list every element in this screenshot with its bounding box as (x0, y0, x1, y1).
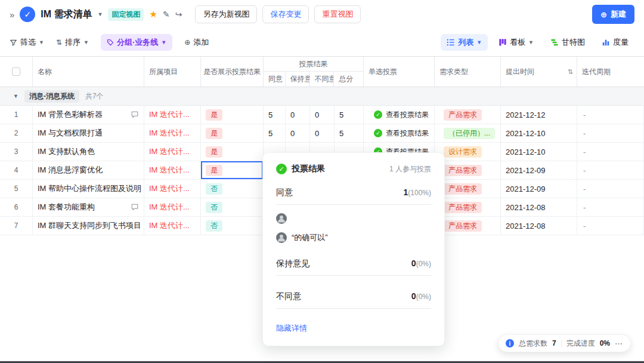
keep-cell[interactable]: 0 (286, 106, 310, 124)
disagree-cell[interactable]: 0 (310, 106, 335, 124)
disagree-cell[interactable]: 0 (310, 124, 335, 142)
share-icon[interactable]: ↪ (175, 10, 182, 19)
save-changes-button[interactable]: 保存变更 (262, 5, 309, 23)
select-all-checkbox[interactable] (12, 67, 20, 76)
agree-cell[interactable]: 5 (264, 106, 286, 124)
title-caret-icon[interactable]: ▼ (98, 11, 103, 17)
vote-action-cell[interactable]: ✓查看投票结果 (364, 106, 435, 124)
cycle-cell[interactable]: - (577, 198, 644, 216)
comment-icon[interactable] (131, 203, 139, 211)
show-vote-cell[interactable]: 否 (201, 180, 264, 198)
column-header-name[interactable]: 名称 (33, 57, 144, 87)
cycle-cell[interactable]: - (577, 143, 644, 161)
total-cell[interactable]: 5 (335, 106, 364, 124)
collapse-group-icon[interactable]: ▼ (13, 93, 18, 99)
view-kanban-button[interactable]: 看板 ▼ (493, 34, 540, 51)
column-header-req-type[interactable]: 需求类型 (435, 57, 501, 87)
view-vote-result-link[interactable]: 查看投票结果 (386, 128, 429, 139)
column-header-single-vote[interactable]: 单选投票 (364, 57, 435, 87)
project-cell[interactable]: IM 迭代计... (144, 124, 201, 142)
keep-section-row: 保持意见 0(0%) (276, 259, 431, 269)
name-cell[interactable]: IM 消息悬浮窗优化 (33, 161, 144, 179)
name-cell[interactable]: IM 套餐功能重构 (33, 198, 144, 216)
name-cell[interactable]: IM 群聊天支持同步到飞书项目 (33, 217, 144, 235)
show-vote-cell[interactable]: 是 (201, 143, 264, 161)
show-vote-cell[interactable]: 否 (201, 198, 264, 216)
column-header-vote-group[interactable]: 投票结果 (264, 57, 363, 72)
cycle-cell[interactable]: - (577, 180, 644, 198)
comment-icon[interactable] (131, 110, 139, 119)
name-cell[interactable]: IM 支持默认角色 (33, 143, 144, 161)
sort-button[interactable]: ⇅ 排序 ▼ (56, 37, 89, 48)
project-link[interactable]: IM 迭代计... (149, 128, 190, 139)
column-header-show-vote[interactable]: 是否展示投票结果 (201, 57, 264, 87)
add-button[interactable]: ⊕ 添加 (184, 37, 209, 48)
table-row[interactable]: 1 IM 背景色彩解析器 IM 迭代计... 是 5 0 0 5 ✓查看投票结果… (0, 106, 644, 124)
save-as-new-view-button[interactable]: 另存为新视图 (195, 5, 257, 23)
project-link[interactable]: IM 迭代计... (149, 220, 190, 231)
filter-button[interactable]: 筛选 ▼ (10, 37, 44, 48)
name-cell[interactable]: IM 帮助中心操作流程图及说明 (33, 180, 144, 198)
filter-label: 筛选 (20, 37, 36, 48)
time-cell[interactable]: 2021-12-10 (501, 124, 577, 142)
column-group-vote-results: 投票结果 同意 保持意见 不同意 总分 (264, 57, 364, 87)
view-gantt-button[interactable]: 甘特图 (544, 34, 591, 51)
project-link[interactable]: IM 迭代计... (149, 109, 190, 120)
name-cell[interactable]: IM 背景色彩解析器 (33, 106, 144, 124)
expand-sidebar-icon[interactable]: » (10, 10, 14, 20)
vote-action-cell[interactable]: ✓查看投票结果 (364, 124, 435, 142)
info-icon[interactable]: i (506, 339, 514, 347)
type-cell[interactable]: （已停用）... (435, 124, 501, 142)
time-cell[interactable]: 2021-12-09 (501, 161, 577, 179)
sort-arrows-icon[interactable]: ⇅ (568, 68, 573, 76)
column-header-disagree[interactable]: 不同意 (310, 72, 335, 87)
type-cell[interactable]: 产品需求 (435, 106, 501, 124)
column-header-time[interactable]: 提出时间 ⇅ (501, 57, 577, 87)
project-cell[interactable]: IM 迭代计... (144, 143, 201, 161)
view-vote-result-link[interactable]: 查看投票结果 (386, 110, 429, 120)
time-cell[interactable]: 2021-12-12 (501, 106, 577, 124)
keep-cell[interactable]: 0 (286, 124, 310, 142)
cycle-cell[interactable]: - (577, 161, 644, 179)
favorite-star-icon[interactable]: ★ (149, 9, 157, 20)
reset-view-button[interactable]: 重置视图 (314, 5, 361, 23)
project-cell[interactable]: IM 迭代计... (144, 106, 201, 124)
show-vote-cell[interactable]: 是 (201, 124, 264, 142)
show-vote-cell[interactable]: 是 (201, 106, 264, 124)
time-cell[interactable]: 2021-12-08 (501, 217, 577, 235)
project-cell[interactable]: IM 迭代计... (144, 161, 201, 179)
project-link[interactable]: IM 迭代计... (149, 183, 190, 194)
edit-icon[interactable]: ✎ (163, 10, 170, 19)
table-row[interactable]: 2 IM 与文档权限打通 IM 迭代计... 是 5 0 0 5 ✓查看投票结果… (0, 124, 644, 143)
time-cell[interactable]: 2021-12-09 (501, 180, 577, 198)
view-measure-button[interactable]: 度量 (596, 34, 634, 51)
column-header-project[interactable]: 所属项目 (144, 57, 201, 87)
column-header-cycle[interactable]: 迭代周期 (577, 57, 644, 87)
project-link[interactable]: IM 迭代计... (149, 165, 190, 176)
show-vote-cell[interactable]: 否 (201, 217, 264, 235)
view-list-button[interactable]: 列表 ▼ (441, 34, 488, 51)
show-vote-cell[interactable]: 是 (201, 161, 264, 179)
time-cell[interactable]: 2021-12-10 (501, 143, 577, 161)
group-row[interactable]: ▼ 消息-消息系统 共7个 (0, 87, 644, 106)
total-cell[interactable]: 5 (335, 124, 364, 142)
group-by-button[interactable]: 分组·业务线 ▼ (101, 34, 172, 51)
vote-result-popup: ✓ 投票结果 1 人参与投票 同意 1(100%) “的确可以” 保持意见 0(… (262, 152, 445, 346)
column-header-keep-opinion[interactable]: 保持意见 (286, 72, 310, 87)
cycle-cell[interactable]: - (577, 124, 644, 142)
cycle-cell[interactable]: - (577, 217, 644, 235)
project-cell[interactable]: IM 迭代计... (144, 180, 201, 198)
column-header-total[interactable]: 总分 (334, 72, 363, 87)
new-button[interactable]: ⊕ 新建 (592, 5, 634, 24)
cycle-cell[interactable]: - (577, 106, 644, 124)
time-cell[interactable]: 2021-12-08 (501, 198, 577, 216)
agree-cell[interactable]: 5 (264, 124, 286, 142)
name-cell[interactable]: IM 与文档权限打通 (33, 124, 144, 142)
project-link[interactable]: IM 迭代计... (149, 202, 190, 213)
more-options-icon[interactable]: ⋯ (615, 339, 623, 348)
project-link[interactable]: IM 迭代计... (149, 146, 190, 157)
project-cell[interactable]: IM 迭代计... (144, 198, 201, 216)
column-header-agree[interactable]: 同意 (264, 72, 286, 87)
hide-details-link[interactable]: 隐藏详情 (276, 323, 307, 334)
project-cell[interactable]: IM 迭代计... (144, 217, 201, 235)
